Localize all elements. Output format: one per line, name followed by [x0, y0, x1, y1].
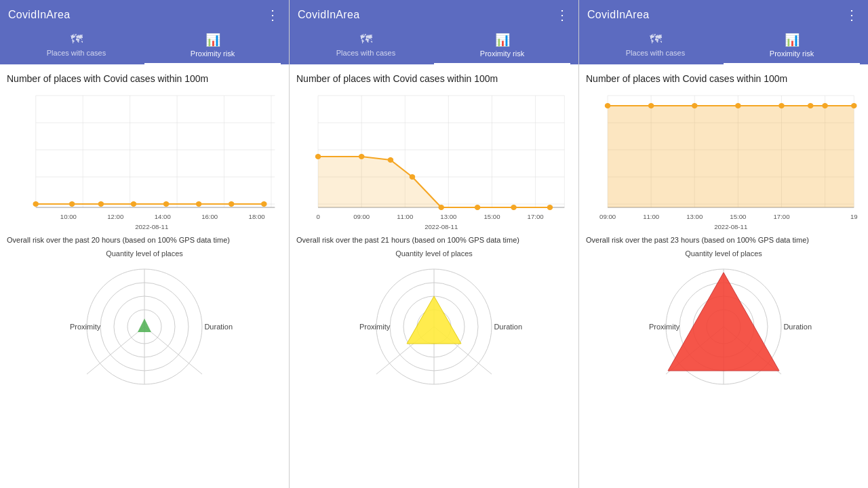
svg-point-19 [261, 201, 267, 207]
risk-text-2: Overall risk over the past 21 hours (bas… [296, 235, 572, 245]
svg-line-32 [144, 327, 202, 374]
section-title-2: Number of places with Covid cases within… [296, 73, 572, 85]
svg-text:16:00: 16:00 [201, 214, 218, 220]
tab-places-3[interactable]: 🗺 Places with cases [587, 28, 724, 64]
content-2: Number of places with Covid cases within… [290, 64, 578, 488]
header-tabs-2: 🗺 Places with cases 📊 Proximity risk [298, 28, 570, 64]
radar-label-top-3: Quantity level of places [685, 249, 762, 258]
header-2: CovidInArea ⋮ 🗺 Places with cases 📊 Prox… [290, 0, 578, 64]
places-icon-1: 🗺 [71, 33, 83, 47]
svg-text:19: 19 [850, 214, 858, 220]
svg-marker-33 [138, 319, 151, 332]
svg-point-90 [808, 103, 814, 108]
svg-point-87 [692, 103, 698, 108]
svg-text:15:00: 15:00 [484, 214, 500, 220]
svg-marker-70 [407, 296, 461, 344]
svg-text:2022-08-11: 2022-08-11 [425, 224, 458, 230]
radar-label-left-2: Proximity [359, 323, 390, 331]
menu-icon-1[interactable]: ⋮ [266, 7, 281, 23]
svg-point-86 [648, 103, 654, 108]
svg-text:12:00: 12:00 [107, 214, 123, 220]
svg-text:2022-08-11: 2022-08-11 [135, 224, 168, 230]
radar-label-right-3: Duration [783, 323, 812, 331]
tab-places-label-3: Places with cases [626, 49, 685, 57]
header-tabs-1: 🗺 Places with cases 📊 Proximity risk [8, 28, 281, 64]
svg-point-18 [229, 201, 235, 207]
radar-section-2: Quantity level of places Proximity [296, 249, 572, 484]
tab-proximity-1[interactable]: 📊 Proximity risk [144, 28, 281, 64]
radar-label-left-3: Proximity [649, 323, 679, 331]
svg-point-54 [511, 205, 517, 210]
menu-icon-3[interactable]: ⋮ [845, 7, 860, 23]
svg-point-48 [315, 154, 321, 159]
header-1: CovidInArea ⋮ 🗺 Places with cases 📊 Prox… [0, 0, 289, 64]
proximity-icon-2: 📊 [495, 33, 510, 47]
svg-text:11:00: 11:00 [397, 214, 413, 220]
radar-container-3: Proximity Duration [656, 259, 791, 394]
chart-svg-1: 10:00 12:00 14:00 16:00 18:00 2022-08-11 [7, 89, 282, 231]
svg-point-51 [410, 174, 416, 180]
svg-point-85 [605, 103, 611, 108]
radar-container-1: Proximity Duration [77, 259, 212, 394]
screen-3: CovidInArea ⋮ 🗺 Places with cases 📊 Prox… [579, 0, 868, 488]
svg-text:11:00: 11:00 [643, 214, 659, 220]
tab-places-label-1: Places with cases [47, 49, 106, 57]
menu-icon-2[interactable]: ⋮ [555, 7, 570, 23]
tab-proximity-2[interactable]: 📊 Proximity risk [434, 28, 570, 64]
proximity-icon-1: 📊 [205, 33, 220, 47]
app-title-1: CovidInArea [8, 9, 70, 21]
svg-marker-84 [608, 106, 854, 207]
tab-proximity-label-1: Proximity risk [191, 49, 235, 58]
chart-3: 09:00 11:00 13:00 15:00 17:00 19 2022-08… [586, 89, 861, 231]
radar-container-2: Proximity Duration [366, 259, 502, 394]
tab-proximity-label-2: Proximity risk [480, 49, 524, 58]
chart-svg-3: 09:00 11:00 13:00 15:00 17:00 19 2022-08… [586, 89, 861, 231]
svg-point-50 [388, 157, 394, 163]
places-icon-2: 🗺 [360, 33, 372, 47]
content-3: Number of places with Covid cases within… [579, 64, 868, 488]
app-title-3: CovidInArea [587, 9, 649, 21]
svg-text:14:00: 14:00 [155, 214, 171, 220]
svg-text:15:00: 15:00 [730, 214, 746, 220]
radar-section-1: Quantity level of places Proximity [7, 249, 282, 484]
tab-proximity-3[interactable]: 📊 Proximity risk [724, 28, 860, 64]
tab-places-2[interactable]: 🗺 Places with cases [298, 28, 434, 64]
svg-text:0: 0 [316, 214, 319, 220]
screen-2: CovidInArea ⋮ 🗺 Places with cases 📊 Prox… [290, 0, 579, 488]
radar-label-top-2: Quantity level of places [395, 249, 473, 258]
svg-point-12 [33, 201, 39, 207]
svg-point-17 [196, 201, 202, 207]
svg-point-91 [822, 103, 828, 108]
tab-places-1[interactable]: 🗺 Places with cases [8, 28, 144, 64]
svg-marker-47 [318, 157, 564, 207]
svg-text:09:00: 09:00 [353, 214, 370, 220]
tab-proximity-label-3: Proximity risk [770, 49, 814, 58]
svg-point-55 [547, 205, 553, 210]
svg-text:18:00: 18:00 [249, 214, 265, 220]
header-3: CovidInArea ⋮ 🗺 Places with cases 📊 Prox… [579, 0, 868, 64]
screen-1: CovidInArea ⋮ 🗺 Places with cases 📊 Prox… [0, 0, 290, 488]
svg-point-16 [163, 201, 170, 207]
proximity-icon-3: 📊 [785, 33, 800, 47]
svg-text:09:00: 09:00 [599, 214, 616, 220]
svg-point-49 [359, 154, 365, 159]
svg-marker-107 [668, 272, 779, 371]
radar-section-3: Quantity level of places Proximity [586, 249, 861, 484]
content-1: Number of places with Covid cases within… [0, 64, 289, 488]
svg-point-15 [131, 201, 137, 207]
svg-text:13:00: 13:00 [440, 214, 456, 220]
section-title-3: Number of places with Covid cases within… [586, 73, 861, 85]
svg-point-92 [851, 103, 857, 108]
chart-1: 10:00 12:00 14:00 16:00 18:00 2022-08-11 [7, 89, 282, 231]
app-title-2: CovidInArea [298, 9, 359, 21]
tab-places-label-2: Places with cases [336, 49, 395, 57]
header-tabs-3: 🗺 Places with cases 📊 Proximity risk [587, 28, 860, 64]
svg-line-31 [87, 327, 144, 374]
risk-text-1: Overall risk over the past 20 hours (bas… [7, 235, 282, 245]
radar-label-left-1: Proximity [70, 323, 100, 331]
svg-point-88 [735, 103, 741, 108]
svg-point-14 [98, 201, 104, 207]
svg-text:17:00: 17:00 [773, 214, 789, 220]
risk-text-3: Overall risk over the past 23 hours (bas… [586, 235, 861, 245]
radar-label-right-1: Duration [204, 323, 233, 331]
